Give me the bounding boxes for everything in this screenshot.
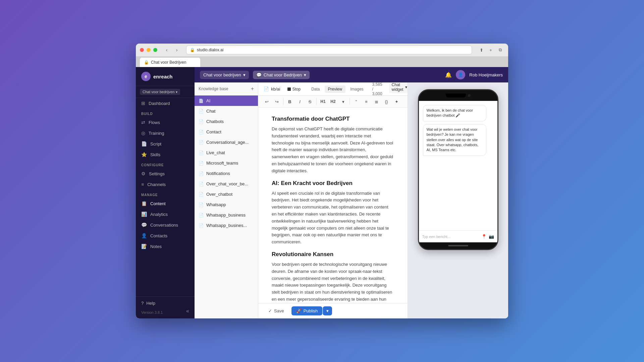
location-icon[interactable]: 📍 bbox=[481, 234, 487, 239]
analytics-icon: 📊 bbox=[141, 212, 147, 217]
heading-dropdown[interactable]: ▾ bbox=[339, 97, 347, 106]
topnav-right: 🔔 👤 Rob Hoeijmakers bbox=[445, 70, 503, 79]
project-label: Chat voor bedrijven bbox=[203, 72, 241, 77]
kb-item-whatsapp-busines2[interactable]: 📄 Whatsapp_busines... bbox=[195, 220, 258, 231]
kb-item-label: Over_chat_voor_be... bbox=[206, 181, 248, 186]
chat-voor-bedrijven-dropdown[interactable]: Chat voor bedrijven ▾ bbox=[140, 89, 180, 95]
lock-icon: 🔒 bbox=[190, 48, 195, 52]
kb-item-whatsapp-business[interactable]: 📄 Whatsapp_business bbox=[195, 210, 258, 220]
sidebar-item-label: Dashboard bbox=[149, 101, 170, 106]
h2-button[interactable]: H2 bbox=[329, 97, 337, 106]
sidebar-item-analytics[interactable]: 📊 Analytics bbox=[136, 209, 195, 220]
notifications-button[interactable]: 🔔 bbox=[445, 72, 452, 78]
kb-item-icon: 📄 bbox=[199, 119, 204, 124]
user-avatar-small[interactable]: 👤 bbox=[456, 70, 465, 79]
share-button[interactable]: ⬆ bbox=[477, 46, 485, 54]
kb-item-label: Conversational_age... bbox=[206, 140, 249, 145]
settings-icon: ⚙ bbox=[141, 171, 146, 176]
chat-input-icons: 📍 📷 bbox=[481, 234, 494, 239]
kb-item-microsoft-teams[interactable]: 📄 Microsoft_teams bbox=[195, 158, 258, 168]
tab-data[interactable]: Data bbox=[308, 85, 323, 93]
chat-input-placeholder[interactable]: Typ een bericht... bbox=[422, 235, 479, 239]
ordered-list-button[interactable]: ≣ bbox=[372, 97, 381, 106]
forward-button[interactable]: › bbox=[173, 46, 181, 54]
sidebar-item-training[interactable]: ◎ Training bbox=[136, 128, 195, 138]
sidebar-item-script[interactable]: 📄 Script bbox=[136, 138, 195, 149]
sidebar-item-label: Analytics bbox=[150, 212, 168, 217]
phone-notch bbox=[446, 94, 466, 98]
kb-item-notifications[interactable]: 📄 Notifications bbox=[195, 168, 258, 179]
script-icon: 📄 bbox=[141, 141, 147, 146]
sidebar-item-content[interactable]: 📋 Content bbox=[136, 198, 195, 209]
editor-content[interactable]: Transformatie door ChatGPT De opkomst va… bbox=[258, 108, 408, 303]
tab-close-icon[interactable]: ▾ bbox=[304, 72, 306, 77]
kb-item-whatsapp[interactable]: 📄 Whatsapp bbox=[195, 199, 258, 210]
section-body: AI speelt een cruciale rol in de digital… bbox=[272, 190, 394, 246]
kb-item-label: Microsoft_teams bbox=[206, 161, 238, 166]
tab-preview[interactable]: Preview bbox=[325, 85, 346, 93]
bold-button[interactable]: B bbox=[285, 97, 294, 106]
redo-button[interactable]: ↪ bbox=[272, 97, 281, 106]
collapse-sidebar-button[interactable]: « bbox=[186, 308, 189, 314]
project-dropdown[interactable]: Chat voor bedrijven ▾ bbox=[200, 71, 249, 79]
publish-button-group: 🚀 Publish ▾ bbox=[291, 306, 332, 315]
maximize-button[interactable] bbox=[153, 48, 157, 52]
widget-selector[interactable]: Chat widget ▾ bbox=[389, 82, 408, 93]
publish-button[interactable]: 🚀 Publish bbox=[291, 306, 323, 315]
sidebar-item-skills[interactable]: ⭐ Skills bbox=[136, 149, 195, 160]
undo-button[interactable]: ↩ bbox=[262, 97, 271, 106]
kb-item-ai[interactable]: 📄 AI bbox=[195, 96, 258, 106]
blockquote-button[interactable]: " bbox=[352, 97, 361, 106]
left-sidebar: e enreach Chat voor bedrijven ▾ ⊞ Dashbo… bbox=[136, 67, 195, 318]
sidebar-item-settings[interactable]: ⚙ Settings bbox=[136, 168, 195, 179]
stop-button[interactable]: Stop bbox=[284, 85, 304, 93]
content-section-2: Revolutionaire Kansen Voor bedrijven ope… bbox=[272, 251, 394, 303]
sidebar-item-flows[interactable]: ⇄ Flows bbox=[136, 117, 195, 128]
tab-button[interactable]: + bbox=[487, 46, 495, 54]
h1-button[interactable]: H1 bbox=[319, 97, 327, 106]
sidebar-item-label: Skills bbox=[150, 152, 160, 157]
word-count: 3,585 / 3,000 bbox=[372, 82, 382, 96]
bullet-list-button[interactable]: ≡ bbox=[362, 97, 371, 106]
kb-item-label: Contact bbox=[206, 129, 221, 134]
kb-item-conversational-age[interactable]: 📄 Conversational_age... bbox=[195, 137, 258, 147]
code-button[interactable]: {} bbox=[382, 97, 391, 106]
italic-button[interactable]: I bbox=[296, 97, 304, 106]
tab-images[interactable]: Images bbox=[347, 85, 367, 93]
sidebar-item-label: Script bbox=[150, 141, 161, 146]
help-item[interactable]: ? Help bbox=[141, 301, 189, 306]
sidebar-bottom: ? Help Version 3.8.1 « bbox=[136, 296, 195, 318]
sidebar-item-dashboard[interactable]: ⊞ Dashboard bbox=[136, 98, 195, 109]
kb-item-icon: 📄 bbox=[199, 161, 204, 166]
kb-title: Knowledge base bbox=[199, 86, 228, 91]
address-bar[interactable]: 🔒 studio.dialox.ai bbox=[186, 46, 472, 54]
add-kb-item-button[interactable]: + bbox=[251, 86, 254, 92]
sidebar-item-channels[interactable]: ≡ Channels bbox=[136, 179, 195, 190]
kb-item-chatbots[interactable]: 📄 Chatbots bbox=[195, 116, 258, 127]
kb-item-chat[interactable]: 📄 Chat bbox=[195, 106, 258, 116]
kb-item-over-chatbot[interactable]: 📄 Over_chatbot bbox=[195, 189, 258, 199]
sidebar-item-conversations[interactable]: 💬 Conversations bbox=[136, 220, 195, 230]
active-project-tab[interactable]: 💬 Chat voor Bedrijven ▾ bbox=[253, 71, 310, 79]
dashboard-icon: ⊞ bbox=[141, 101, 145, 106]
back-button[interactable]: ‹ bbox=[163, 46, 171, 54]
sidebar-toggle[interactable]: ⧉ bbox=[496, 46, 504, 54]
save-button[interactable]: ✓ Save bbox=[264, 306, 289, 315]
kb-item-live-chat[interactable]: 📄 Live_chat bbox=[195, 147, 258, 158]
more-button[interactable]: ✦ bbox=[392, 97, 401, 106]
active-tab[interactable]: 🔒 Chat voor Bedrijven bbox=[140, 58, 200, 67]
strikethrough-button[interactable]: S bbox=[306, 97, 314, 106]
sidebar-item-contacts[interactable]: 👤 Contacts bbox=[136, 230, 195, 241]
kb-item-over-chat-voor-be[interactable]: 📄 Over_chat_voor_be... bbox=[195, 179, 258, 189]
publish-dropdown-button[interactable]: ▾ bbox=[323, 306, 332, 315]
camera-icon[interactable]: 📷 bbox=[489, 234, 494, 239]
sidebar-item-label: Settings bbox=[149, 171, 165, 176]
minimize-button[interactable] bbox=[147, 48, 151, 52]
close-button[interactable] bbox=[140, 48, 144, 52]
sidebar-item-notes[interactable]: 📝 Notes bbox=[136, 241, 195, 252]
browser-action-buttons: ⬆ + ⧉ bbox=[477, 46, 504, 54]
kb-item-contact[interactable]: 📄 Contact bbox=[195, 127, 258, 137]
kb-item-label: Whatsapp_busines... bbox=[206, 223, 247, 228]
user-info[interactable]: Rob Hoeijmakers bbox=[469, 72, 503, 77]
phone-top bbox=[419, 90, 497, 101]
